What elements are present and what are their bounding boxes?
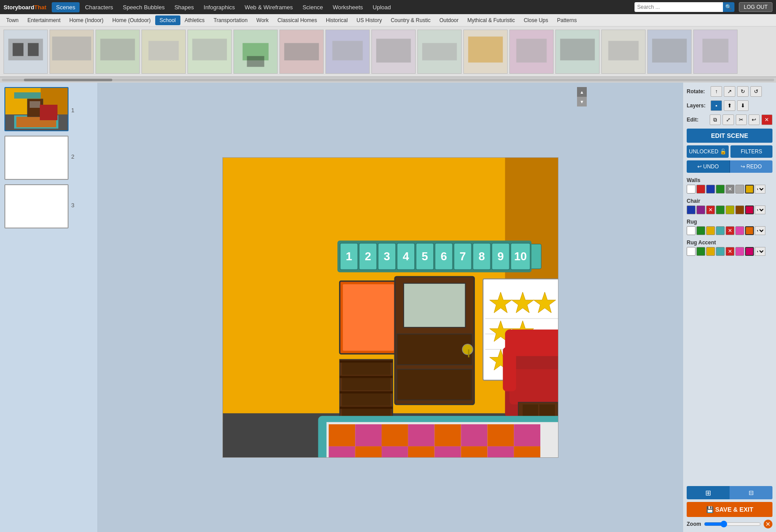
scene-thumb-15[interactable] <box>647 30 692 74</box>
cat-item-outdoor[interactable]: Outdoor <box>435 15 463 25</box>
scene-thumb-10[interactable] <box>417 30 462 74</box>
logout-button[interactable]: LOG OUT <box>739 2 772 12</box>
walls-color-white[interactable] <box>687 185 696 194</box>
chair-color-olive[interactable] <box>726 205 734 214</box>
walls-color-gray[interactable] <box>735 185 744 194</box>
cat-item-historical[interactable]: Historical <box>321 15 352 25</box>
slide-thumb-3[interactable] <box>4 184 69 228</box>
cat-item-home-outdoor[interactable]: Home (Outdoor) <box>108 15 155 25</box>
walls-color-dropdown[interactable]: ▾ <box>755 185 765 194</box>
rotate-right-btn[interactable]: ↗ <box>724 86 735 97</box>
cat-item-us-history[interactable]: US History <box>352 15 386 25</box>
rotate-ccw-btn[interactable]: ↺ <box>750 86 762 97</box>
cat-item-athletics[interactable]: Athletics <box>180 15 209 25</box>
redo-button[interactable]: ↪ REDO <box>730 160 773 173</box>
chair-color-purple[interactable] <box>696 205 705 214</box>
walls-color-blue[interactable] <box>706 185 715 194</box>
edit-scene-button[interactable]: EDIT SCENE <box>687 129 772 143</box>
nav-characters[interactable]: Characters <box>80 2 118 12</box>
walls-color-green[interactable] <box>716 185 725 194</box>
slide-item-3[interactable]: 3 <box>4 184 93 228</box>
scene-thumb-13[interactable] <box>555 30 600 74</box>
cat-item-close-ups[interactable]: Close Ups <box>519 15 552 25</box>
rug-color-white[interactable] <box>687 226 696 235</box>
rotate-cw-btn[interactable]: ↻ <box>737 86 749 97</box>
canvas-scroll-down[interactable]: ▼ <box>577 97 587 106</box>
slide-item-2[interactable]: 2 <box>4 136 93 180</box>
scene-thumb-9[interactable] <box>371 30 416 74</box>
chair-color-brown[interactable] <box>735 205 744 214</box>
chair-color-blue[interactable] <box>687 205 696 214</box>
cat-item-town[interactable]: Town <box>2 15 23 25</box>
rotate-up-btn[interactable]: ↑ <box>711 86 722 97</box>
scene-thumb-11[interactable] <box>463 30 508 74</box>
rug-accent-gold[interactable] <box>706 247 715 256</box>
edit-crop-btn[interactable]: ✂ <box>736 114 747 125</box>
rug-accent-white[interactable] <box>687 247 696 256</box>
scene-thumb-6[interactable] <box>233 30 278 74</box>
slide-thumb-2[interactable] <box>4 136 69 180</box>
cat-item-school[interactable]: School <box>155 15 180 25</box>
nav-worksheets[interactable]: Worksheets <box>328 2 367 12</box>
scene-thumb-8[interactable] <box>325 30 370 74</box>
scene-thumb-7[interactable] <box>279 30 324 74</box>
rug-color-dropdown[interactable]: ▾ <box>755 226 765 235</box>
walls-color-yellow[interactable] <box>745 185 754 194</box>
rug-accent-pink[interactable] <box>735 247 744 256</box>
layer-down-btn[interactable]: ⬇ <box>737 100 749 111</box>
chair-color-red[interactable] <box>745 205 754 214</box>
rug-color-teal[interactable] <box>716 226 725 235</box>
save-exit-button[interactable]: 💾 SAVE & EXIT <box>687 502 772 517</box>
nav-upload[interactable]: Upload <box>368 2 395 12</box>
rug-color-gold[interactable] <box>706 226 715 235</box>
search-input[interactable] <box>635 2 723 12</box>
cat-item-work[interactable]: Work <box>252 15 273 25</box>
walls-color-red[interactable] <box>696 185 705 194</box>
rug-accent-magenta[interactable] <box>745 247 754 256</box>
layer-up-btn[interactable]: ⬆ <box>724 100 735 111</box>
rug-accent-color-dropdown[interactable]: ▾ <box>755 247 765 256</box>
filters-button[interactable]: FILTERS <box>730 145 772 158</box>
scene-thumb-16[interactable] <box>693 30 738 74</box>
cat-item-patterns[interactable]: Patterns <box>553 15 581 25</box>
canvas-scroll-up[interactable]: ▲ <box>577 87 587 97</box>
cat-item-entertainment[interactable]: Entertainment <box>23 15 65 25</box>
thumbnail-scrollbar[interactable] <box>0 77 776 83</box>
edit-delete-btn[interactable]: ✕ <box>761 114 772 125</box>
rug-accent-x[interactable]: ✕ <box>726 247 734 256</box>
nav-science[interactable]: Science <box>298 2 327 12</box>
chair-color-dropdown[interactable]: ▾ <box>755 205 765 214</box>
rug-color-x[interactable]: ✕ <box>726 226 734 235</box>
rug-color-orange[interactable] <box>745 226 754 235</box>
cat-item-transportation[interactable]: Transportation <box>209 15 252 25</box>
scene-thumb-5[interactable] <box>187 30 232 74</box>
zoom-reset-button[interactable]: ✕ <box>764 520 772 528</box>
undo-button[interactable]: ↩ UNDO <box>687 160 730 173</box>
list-view-button[interactable]: ⊟ <box>730 486 772 499</box>
scene-thumb-12[interactable] <box>509 30 554 74</box>
walls-color-x[interactable]: ✕ <box>726 185 734 194</box>
scene-thumb-14[interactable] <box>601 30 646 74</box>
zoom-slider[interactable] <box>704 521 761 528</box>
edit-copy-btn[interactable]: ⧉ <box>710 114 721 125</box>
grid-view-button[interactable]: ⊞ <box>687 486 730 499</box>
scene-thumb-4[interactable] <box>141 30 186 74</box>
layer-solid-btn[interactable]: ▪ <box>711 100 722 111</box>
cat-item-mythical-&-futuristic[interactable]: Mythical & Futuristic <box>463 15 519 25</box>
chair-color-green[interactable] <box>716 205 725 214</box>
rug-accent-green[interactable] <box>696 247 705 256</box>
cat-item-home-indoor[interactable]: Home (Indoor) <box>65 15 108 25</box>
nav-infographics[interactable]: Infographics <box>199 2 240 12</box>
nav-scenes[interactable]: Scenes <box>52 2 80 12</box>
scrollbar-thumb[interactable] <box>24 79 112 81</box>
unlock-button[interactable]: UNLOCKED 🔓 <box>687 145 729 158</box>
rug-color-pink[interactable] <box>735 226 744 235</box>
nav-web-wireframes[interactable]: Web & Wireframes <box>240 2 297 12</box>
cat-item-country-&-rustic[interactable]: Country & Rustic <box>386 15 435 25</box>
slide-thumb-1[interactable] <box>4 87 69 131</box>
slide-item-1[interactable]: 1 <box>4 87 93 131</box>
scene-thumb-3[interactable] <box>96 30 140 74</box>
nav-speech-bubbles[interactable]: Speech Bubbles <box>119 2 169 12</box>
scene-thumb-2[interactable] <box>50 30 94 74</box>
scene-thumb-1[interactable] <box>4 30 48 74</box>
